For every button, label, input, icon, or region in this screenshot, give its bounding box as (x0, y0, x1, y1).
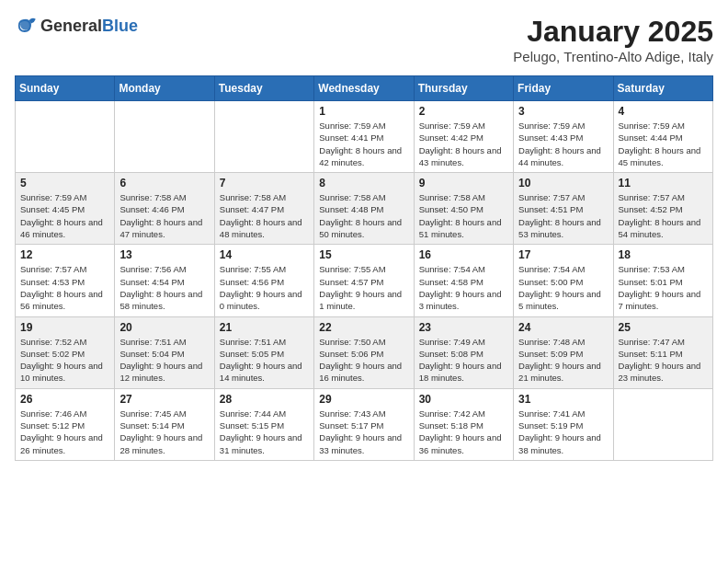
location-title: Pelugo, Trentino-Alto Adige, Italy (513, 49, 713, 64)
day-info: Sunrise: 7:52 AM Sunset: 5:02 PM Dayligh… (20, 336, 109, 385)
logo-icon (15, 15, 37, 37)
day-number: 20 (119, 321, 209, 334)
day-number: 27 (119, 393, 209, 406)
day-number: 6 (119, 177, 209, 190)
calendar-week-2: 12Sunrise: 7:57 AM Sunset: 4:53 PM Dayli… (16, 245, 713, 316)
day-number: 30 (419, 393, 508, 406)
weekday-header-saturday: Saturday (613, 76, 712, 101)
calendar-header: SundayMondayTuesdayWednesdayThursdayFrid… (16, 76, 713, 101)
calendar-week-4: 26Sunrise: 7:46 AM Sunset: 5:12 PM Dayli… (16, 388, 713, 460)
day-info: Sunrise: 7:59 AM Sunset: 4:41 PM Dayligh… (319, 120, 408, 168)
weekday-header-tuesday: Tuesday (214, 76, 313, 101)
day-info: Sunrise: 7:55 AM Sunset: 4:57 PM Dayligh… (319, 263, 408, 312)
calendar-week-3: 19Sunrise: 7:52 AM Sunset: 5:02 PM Dayli… (16, 316, 713, 388)
calendar-cell: 25Sunrise: 7:47 AM Sunset: 5:11 PM Dayli… (613, 316, 712, 388)
day-info: Sunrise: 7:54 AM Sunset: 5:00 PM Dayligh… (518, 263, 608, 312)
calendar-cell: 21Sunrise: 7:51 AM Sunset: 5:05 PM Dayli… (214, 316, 313, 388)
day-number: 7 (220, 177, 309, 190)
calendar-cell: 10Sunrise: 7:57 AM Sunset: 4:51 PM Dayli… (514, 173, 613, 245)
calendar-cell (115, 101, 214, 173)
calendar-cell: 27Sunrise: 7:45 AM Sunset: 5:14 PM Dayli… (115, 388, 214, 460)
calendar-body: 1Sunrise: 7:59 AM Sunset: 4:41 PM Daylig… (16, 101, 713, 461)
weekday-header-monday: Monday (115, 76, 214, 101)
title-block: January 2025 Pelugo, Trentino-Alto Adige… (513, 15, 713, 64)
day-number: 16 (419, 248, 508, 261)
calendar-cell: 4Sunrise: 7:59 AM Sunset: 4:44 PM Daylig… (613, 101, 712, 173)
day-info: Sunrise: 7:43 AM Sunset: 5:17 PM Dayligh… (319, 408, 408, 456)
day-info: Sunrise: 7:59 AM Sunset: 4:45 PM Dayligh… (20, 191, 109, 240)
day-number: 5 (20, 177, 109, 190)
day-number: 23 (419, 321, 508, 334)
calendar-cell: 7Sunrise: 7:58 AM Sunset: 4:47 PM Daylig… (214, 173, 313, 245)
calendar-cell: 2Sunrise: 7:59 AM Sunset: 4:42 PM Daylig… (414, 101, 513, 173)
calendar-cell: 9Sunrise: 7:58 AM Sunset: 4:50 PM Daylig… (414, 173, 513, 245)
calendar-cell: 26Sunrise: 7:46 AM Sunset: 5:12 PM Dayli… (16, 388, 115, 460)
day-info: Sunrise: 7:58 AM Sunset: 4:50 PM Dayligh… (419, 191, 508, 240)
day-number: 28 (220, 393, 309, 406)
calendar-cell: 31Sunrise: 7:41 AM Sunset: 5:19 PM Dayli… (514, 388, 613, 460)
day-number: 10 (518, 177, 608, 190)
calendar-cell: 18Sunrise: 7:53 AM Sunset: 5:01 PM Dayli… (613, 245, 712, 316)
calendar-cell: 16Sunrise: 7:54 AM Sunset: 4:58 PM Dayli… (414, 245, 513, 316)
month-title: January 2025 (513, 15, 713, 49)
day-info: Sunrise: 7:57 AM Sunset: 4:51 PM Dayligh… (518, 191, 608, 240)
calendar-cell: 22Sunrise: 7:50 AM Sunset: 5:06 PM Dayli… (314, 316, 414, 388)
day-info: Sunrise: 7:57 AM Sunset: 4:52 PM Dayligh… (619, 191, 708, 240)
day-info: Sunrise: 7:44 AM Sunset: 5:15 PM Dayligh… (220, 408, 309, 456)
day-info: Sunrise: 7:57 AM Sunset: 4:53 PM Dayligh… (20, 263, 109, 312)
day-info: Sunrise: 7:58 AM Sunset: 4:47 PM Dayligh… (220, 191, 309, 240)
day-number: 9 (419, 177, 508, 190)
calendar-cell: 30Sunrise: 7:42 AM Sunset: 5:18 PM Dayli… (414, 388, 513, 460)
day-number: 15 (319, 248, 408, 261)
calendar-cell: 15Sunrise: 7:55 AM Sunset: 4:57 PM Dayli… (314, 245, 414, 316)
day-number: 25 (619, 321, 708, 334)
weekday-header-row: SundayMondayTuesdayWednesdayThursdayFrid… (16, 76, 713, 101)
page-header: GeneralBlue January 2025 Pelugo, Trentin… (15, 15, 713, 64)
day-number: 21 (220, 321, 309, 334)
day-number: 24 (518, 321, 608, 334)
day-number: 3 (518, 105, 608, 118)
calendar-cell: 12Sunrise: 7:57 AM Sunset: 4:53 PM Dayli… (16, 245, 115, 316)
day-number: 19 (20, 321, 109, 334)
day-number: 8 (319, 177, 408, 190)
day-info: Sunrise: 7:59 AM Sunset: 4:42 PM Dayligh… (419, 120, 508, 168)
day-number: 14 (220, 248, 309, 261)
logo: GeneralBlue (15, 15, 138, 37)
day-number: 1 (319, 105, 408, 118)
day-number: 18 (619, 248, 708, 261)
weekday-header-thursday: Thursday (414, 76, 513, 101)
calendar-cell: 23Sunrise: 7:49 AM Sunset: 5:08 PM Dayli… (414, 316, 513, 388)
calendar-cell: 1Sunrise: 7:59 AM Sunset: 4:41 PM Daylig… (314, 101, 414, 173)
day-number: 22 (319, 321, 408, 334)
day-info: Sunrise: 7:41 AM Sunset: 5:19 PM Dayligh… (518, 408, 608, 456)
calendar-cell (16, 101, 115, 173)
day-number: 17 (518, 248, 608, 261)
day-number: 13 (119, 248, 209, 261)
day-number: 4 (619, 105, 708, 118)
day-info: Sunrise: 7:58 AM Sunset: 4:46 PM Dayligh… (119, 191, 209, 240)
calendar-table: SundayMondayTuesdayWednesdayThursdayFrid… (15, 75, 713, 461)
weekday-header-friday: Friday (514, 76, 613, 101)
day-info: Sunrise: 7:54 AM Sunset: 4:58 PM Dayligh… (419, 263, 508, 312)
calendar-week-1: 5Sunrise: 7:59 AM Sunset: 4:45 PM Daylig… (16, 173, 713, 245)
calendar-cell: 11Sunrise: 7:57 AM Sunset: 4:52 PM Dayli… (613, 173, 712, 245)
day-info: Sunrise: 7:53 AM Sunset: 5:01 PM Dayligh… (619, 263, 708, 312)
calendar-cell: 24Sunrise: 7:48 AM Sunset: 5:09 PM Dayli… (514, 316, 613, 388)
calendar-cell (613, 388, 712, 460)
calendar-cell: 13Sunrise: 7:56 AM Sunset: 4:54 PM Dayli… (115, 245, 214, 316)
day-info: Sunrise: 7:55 AM Sunset: 4:56 PM Dayligh… (220, 263, 309, 312)
day-info: Sunrise: 7:51 AM Sunset: 5:04 PM Dayligh… (119, 336, 209, 385)
logo-text: GeneralBlue (40, 17, 138, 36)
day-info: Sunrise: 7:50 AM Sunset: 5:06 PM Dayligh… (319, 336, 408, 385)
day-number: 26 (20, 393, 109, 406)
weekday-header-wednesday: Wednesday (314, 76, 414, 101)
day-info: Sunrise: 7:58 AM Sunset: 4:48 PM Dayligh… (319, 191, 408, 240)
calendar-cell: 28Sunrise: 7:44 AM Sunset: 5:15 PM Dayli… (214, 388, 313, 460)
day-info: Sunrise: 7:42 AM Sunset: 5:18 PM Dayligh… (419, 408, 508, 456)
day-info: Sunrise: 7:51 AM Sunset: 5:05 PM Dayligh… (220, 336, 309, 385)
calendar-cell: 17Sunrise: 7:54 AM Sunset: 5:00 PM Dayli… (514, 245, 613, 316)
calendar-week-0: 1Sunrise: 7:59 AM Sunset: 4:41 PM Daylig… (16, 101, 713, 173)
calendar-cell: 8Sunrise: 7:58 AM Sunset: 4:48 PM Daylig… (314, 173, 414, 245)
logo-blue: Blue (102, 17, 138, 35)
day-number: 31 (518, 393, 608, 406)
